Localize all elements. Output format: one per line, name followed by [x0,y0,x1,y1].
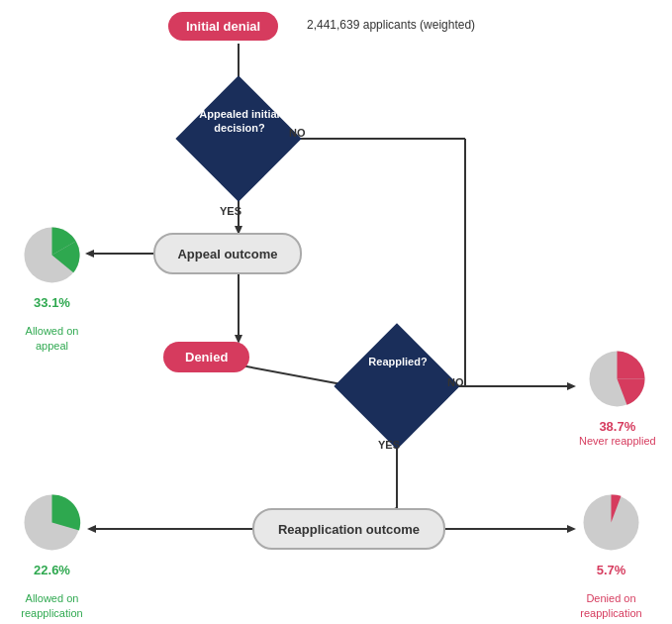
allowed-appeal-pie-container: 33.1% Allowed on appeal [20,223,84,353]
svg-marker-7 [85,250,94,258]
denied-box: Denied [163,342,249,372]
reapplication-outcome-box: Reapplication outcome [252,508,445,550]
appealed-decision-diamond [175,75,301,201]
reapplied-diamond [334,323,459,449]
svg-marker-21 [87,525,96,533]
no2-label: NO [447,376,464,388]
never-reapplied-pie-container: 38.7% Never reapplied [579,347,656,448]
never-reapplied-desc: Never reapplied [579,434,656,448]
never-reapplied-pct: 38.7% [579,419,656,434]
denied-reapp-pct: 5.7% [579,563,643,577]
svg-marker-23 [567,525,576,533]
denied-reapp-desc: Denied on reapplication [579,577,643,620]
allowed-appeal-desc: Allowed on appeal [20,310,84,353]
yes2-label: YES [378,439,400,451]
no1-label: NO [289,127,306,139]
allowed-reapp-pie [20,490,84,555]
appeal-outcome-box: Appeal outcome [153,233,302,274]
applicants-label: 2,441,639 applicants (weighted) [307,18,475,32]
allowed-reapp-pct: 22.6% [20,563,84,577]
allowed-appeal-pie [20,223,84,287]
allowed-reapp-pie-container: 22.6% Allowed on reapplication [20,490,84,620]
denied-reapp-pie-container: 5.7% Denied on reapplication [579,490,643,620]
never-reapplied-pie [585,347,649,411]
flowchart: Initial denial 2,441,639 applicants (wei… [0,0,672,624]
yes1-label: YES [220,205,241,217]
allowed-reapp-desc: Allowed on reapplication [20,577,84,620]
svg-marker-16 [567,382,576,390]
denied-reapp-pie [579,490,643,555]
allowed-appeal-pct: 33.1% [20,295,84,310]
initial-denial-label: Initial denial [186,19,260,34]
initial-denial-box: Initial denial [168,12,278,41]
